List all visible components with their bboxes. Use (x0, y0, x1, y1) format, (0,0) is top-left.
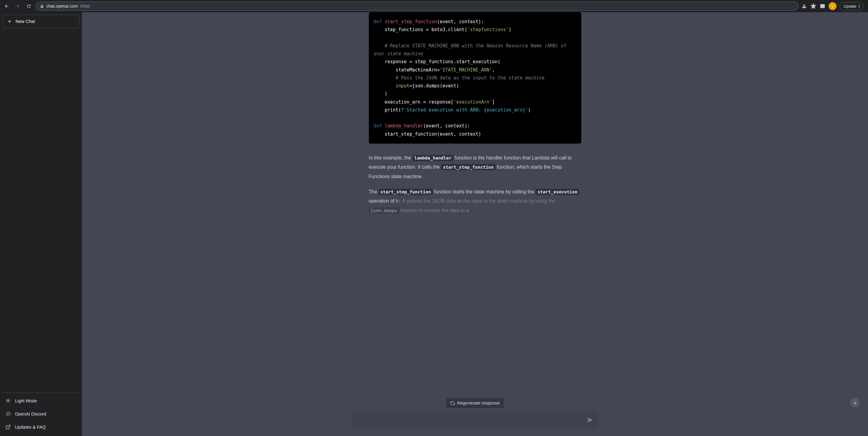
svg-line-7 (6, 399, 7, 399)
discord-icon (5, 411, 11, 416)
assistant-message-text: In this example, the lambda_handler func… (369, 153, 581, 215)
avatar[interactable]: V (829, 2, 837, 10)
message-input-container[interactable] (353, 413, 597, 428)
lock-icon (40, 4, 44, 8)
code-block: def start_step_function(event, context):… (369, 12, 581, 144)
refresh-icon (450, 401, 455, 405)
menu-dots-icon (859, 4, 860, 8)
browser-chrome: chat.openai.com/chat V Update (0, 0, 868, 12)
svg-rect-0 (820, 4, 824, 8)
new-chat-button[interactable]: New Chat (2, 14, 80, 28)
svg-point-4 (7, 400, 9, 402)
plus-icon (7, 19, 12, 24)
star-icon[interactable] (810, 3, 816, 9)
regenerate-button[interactable]: Regenerate response (445, 398, 504, 408)
sidebar-item-light-mode[interactable]: Light Mode (2, 394, 80, 407)
external-link-icon (5, 425, 11, 430)
scroll-to-bottom-button[interactable] (850, 398, 860, 407)
update-button[interactable]: Update (840, 2, 864, 10)
url-path: /chat (80, 4, 89, 8)
sidebar: New Chat Light Mode OpenAI Discord Updat… (0, 12, 82, 436)
url-bar[interactable]: chat.openai.com/chat (35, 2, 799, 11)
reload-button[interactable] (24, 2, 33, 10)
new-chat-label: New Chat (16, 19, 35, 24)
svg-line-12 (9, 399, 10, 399)
panel-icon[interactable] (819, 3, 826, 9)
svg-line-8 (9, 402, 10, 402)
arrow-down-icon (853, 401, 857, 405)
inline-code: json.dumps (369, 207, 399, 213)
sidebar-item-discord[interactable]: OpenAI Discord (2, 407, 80, 420)
inline-code: start_step_function (441, 164, 496, 170)
url-domain: chat.openai.com (46, 4, 78, 8)
regenerate-label: Regenerate response (457, 401, 499, 405)
forward-button[interactable] (13, 2, 22, 10)
send-icon[interactable] (587, 417, 593, 423)
sidebar-item-updates-faq[interactable]: Updates & FAQ (2, 420, 80, 434)
sidebar-item-label: Light Mode (15, 399, 37, 403)
sidebar-item-label: Updates & FAQ (15, 425, 46, 430)
share-icon[interactable] (801, 3, 807, 9)
inline-code: lambda_handler (412, 155, 454, 161)
svg-line-11 (6, 402, 7, 402)
sidebar-item-label: OpenAI Discord (15, 412, 46, 416)
back-button[interactable] (2, 2, 11, 10)
sun-icon (5, 398, 11, 403)
inline-code: start_step_function (379, 189, 433, 195)
message-input[interactable] (358, 416, 583, 424)
inline-code: start_execution (535, 189, 579, 195)
main-content: def start_step_function(event, context):… (82, 12, 868, 436)
